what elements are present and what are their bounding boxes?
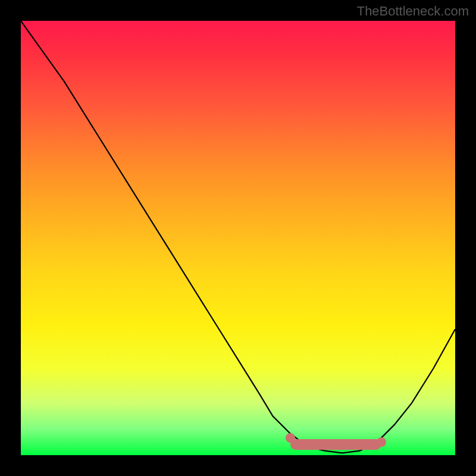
curve-svg	[21, 21, 455, 455]
optimal-start-dot	[286, 433, 295, 443]
chart-plot-area	[21, 21, 455, 455]
watermark-text: TheBottleneck.com	[357, 4, 469, 19]
bottleneck-curve	[21, 21, 455, 453]
optimal-range-marker	[290, 439, 381, 450]
optimal-end-dot	[377, 437, 386, 447]
